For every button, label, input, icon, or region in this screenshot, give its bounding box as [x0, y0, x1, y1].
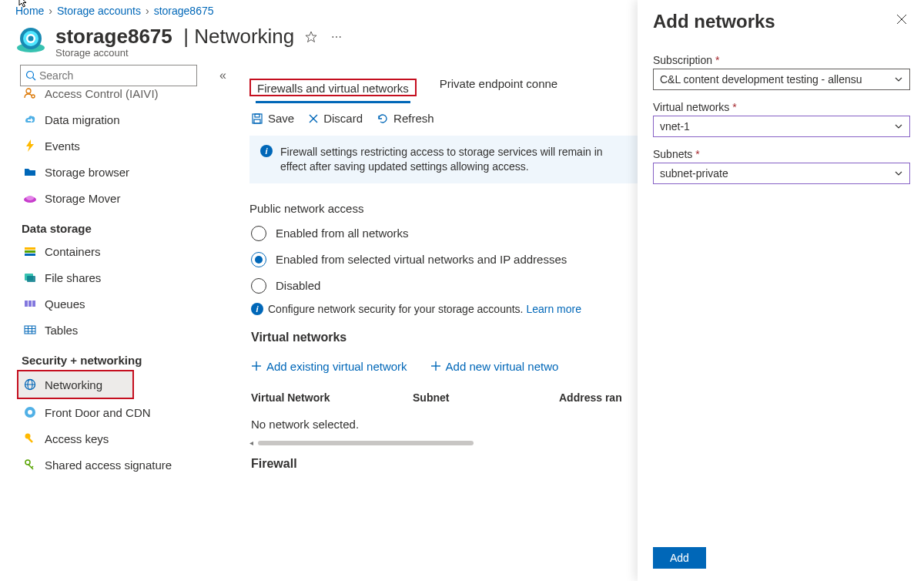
subscription-select[interactable]: C&L content development testing - allens… — [653, 69, 910, 90]
add-new-vnet-button[interactable]: Add new virtual netwo — [429, 354, 568, 379]
svg-point-10 — [26, 196, 34, 200]
chevron-right-icon: › — [49, 5, 52, 17]
networking-icon — [23, 378, 37, 391]
close-button[interactable] — [893, 11, 910, 30]
tables-icon — [23, 323, 37, 337]
svg-point-4 — [28, 36, 34, 42]
sidebar-group-security-networking: Security + networking — [0, 343, 237, 370]
chevron-down-icon — [894, 122, 903, 131]
svg-rect-19 — [25, 326, 35, 334]
sidebar-item-sas[interactable]: Shared access signature — [0, 452, 237, 478]
svg-point-5 — [27, 72, 34, 79]
save-button[interactable]: Save — [251, 112, 294, 125]
mover-icon — [23, 191, 37, 205]
breadcrumb-resource[interactable]: storage8675 — [154, 5, 214, 17]
sidebar-item-containers[interactable]: Containers — [0, 238, 237, 264]
svg-point-8 — [32, 95, 35, 98]
svg-rect-18 — [32, 301, 35, 307]
learn-more-link[interactable]: Learn more — [526, 303, 581, 315]
svg-rect-30 — [28, 438, 33, 443]
tab-firewalls[interactable]: Firewalls and virtual networks — [256, 79, 410, 103]
lightning-icon — [23, 139, 37, 153]
add-button[interactable]: Add — [653, 547, 706, 569]
more-button[interactable]: ⋯ — [328, 28, 345, 46]
sidebar-item-networking[interactable]: Networking — [18, 371, 132, 398]
subnet-select[interactable]: subnet-private — [653, 163, 910, 184]
x-icon — [308, 113, 319, 124]
sidebar-item-storage-mover[interactable]: Storage Mover — [0, 185, 237, 211]
queues-icon — [23, 297, 37, 311]
svg-point-28 — [28, 410, 32, 415]
chevron-down-icon — [894, 75, 903, 84]
favorite-button[interactable] — [302, 28, 320, 46]
file-shares-icon — [23, 270, 37, 284]
svg-rect-12 — [25, 250, 35, 253]
svg-rect-17 — [28, 301, 32, 307]
svg-rect-33 — [255, 114, 259, 117]
sidebar-item-access-keys[interactable]: Access keys — [0, 425, 237, 452]
discard-button[interactable]: Discard — [308, 112, 363, 125]
sidebar-item-front-door[interactable]: Front Door and CDN — [0, 399, 237, 425]
folder-icon — [23, 165, 37, 179]
svg-rect-16 — [25, 301, 28, 307]
sidebar-item-storage-browser[interactable]: Storage browser — [0, 159, 237, 185]
svg-rect-34 — [254, 119, 260, 123]
subnet-label: Subnets * — [653, 148, 910, 160]
add-existing-vnet-button[interactable]: Add existing virtual network — [249, 354, 417, 379]
info-icon: i — [260, 145, 273, 157]
sidebar-item-events[interactable]: Events — [0, 133, 237, 159]
svg-point-31 — [25, 460, 30, 465]
storage-account-icon — [15, 25, 46, 55]
person-key-icon — [23, 86, 37, 100]
add-networks-panel: Add networks Subscription * C&L content … — [638, 0, 924, 581]
sidebar-item-iam[interactable]: Access Control (IAIVI) — [0, 86, 237, 106]
tab-private-endpoints[interactable]: Private endpoint conne — [438, 74, 559, 96]
info-text: Firewall settings restricting access to … — [280, 145, 604, 174]
page-title: storage8675 | Networking — [55, 25, 294, 49]
sidebar-item-tables[interactable]: Tables — [0, 317, 237, 343]
breadcrumb-storage-accounts[interactable]: Storage accounts — [57, 5, 141, 17]
key-icon — [23, 432, 37, 445]
close-icon — [896, 14, 907, 25]
save-icon — [251, 113, 263, 125]
security-hint-text: Configure network security for your stor… — [268, 303, 581, 315]
svg-line-6 — [33, 78, 36, 81]
containers-icon — [23, 244, 37, 258]
panel-title: Add networks — [653, 11, 775, 32]
sas-icon — [23, 458, 37, 472]
chevron-right-icon: › — [146, 5, 149, 17]
sidebar-item-data-migration[interactable]: Data migration — [0, 106, 237, 133]
migration-icon — [23, 113, 37, 126]
refresh-icon — [377, 113, 389, 125]
vnet-select[interactable]: vnet-1 — [653, 116, 910, 137]
cursor-icon — [18, 0, 31, 8]
sidebar: « ▴ Access Control (IAIVI) Data migratio… — [0, 59, 237, 555]
refresh-button[interactable]: Refresh — [377, 112, 434, 125]
svg-rect-15 — [27, 276, 35, 282]
vnet-label: Virtual networks * — [653, 101, 910, 113]
search-input[interactable] — [36, 68, 192, 83]
chevron-down-icon — [894, 169, 903, 178]
collapse-sidebar-button[interactable]: « — [216, 65, 229, 86]
search-icon — [25, 70, 36, 81]
plus-icon — [251, 361, 262, 371]
sidebar-group-data-storage: Data storage — [0, 211, 237, 238]
front-door-icon — [23, 405, 37, 419]
info-icon: i — [251, 303, 263, 315]
sidebar-item-queues[interactable]: Queues — [0, 290, 237, 317]
resource-type-label: Storage account — [55, 47, 345, 59]
plus-icon — [430, 361, 441, 371]
subscription-label: Subscription * — [653, 54, 910, 66]
svg-rect-11 — [25, 247, 35, 250]
svg-rect-13 — [25, 254, 35, 256]
sidebar-item-file-shares[interactable]: File shares — [0, 264, 237, 290]
svg-point-7 — [26, 89, 31, 93]
sidebar-search[interactable] — [20, 65, 197, 86]
